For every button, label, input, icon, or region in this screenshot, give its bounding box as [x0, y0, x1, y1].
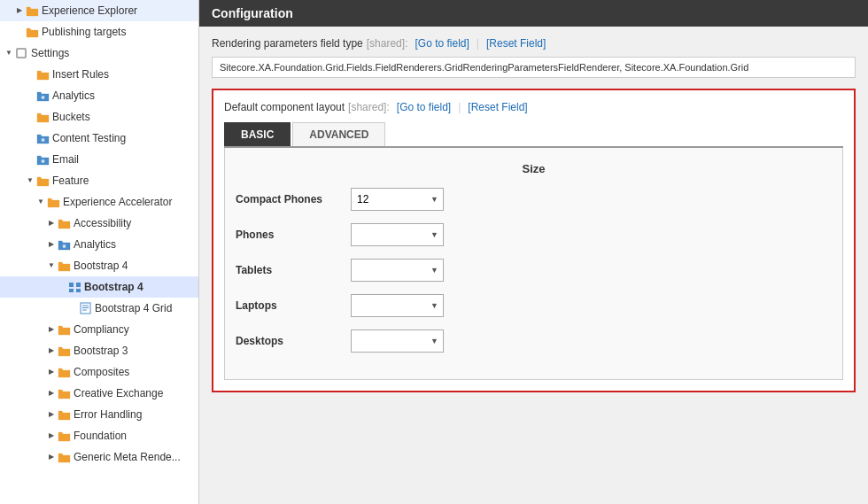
sidebar-item-label: Experience Explorer	[42, 3, 137, 19]
tab-basic-content: Size Compact Phones123456789101112Phones…	[224, 148, 843, 380]
size-label-tablets: Tablets	[236, 264, 351, 276]
sidebar-item-foundation[interactable]: ▶Foundation	[0, 425, 198, 446]
sidebar-item-insert-rules[interactable]: Insert Rules	[0, 64, 198, 85]
folder-icon	[57, 344, 71, 358]
rendering-field-tag: [shared]:	[367, 37, 408, 50]
sidebar-item-creative-exchange[interactable]: ▶Creative Exchange	[0, 383, 198, 404]
size-select-laptops[interactable]: 123456789101112	[351, 294, 444, 317]
size-row-phones: Phones123456789101112	[236, 223, 832, 246]
sidebar-item-buckets[interactable]: Buckets	[0, 106, 198, 128]
tree-arrow[interactable]: ▼	[35, 194, 46, 210]
sidebar-item-content-testing[interactable]: Content Testing	[0, 128, 198, 149]
svg-rect-6	[69, 283, 74, 287]
sidebar-item-label: Error Handling	[74, 407, 142, 423]
size-label-desktops: Desktops	[236, 335, 351, 347]
sidebar-item-experience-accelerator[interactable]: ▼Experience Accelerator	[0, 191, 198, 213]
select-wrapper-tablets: 123456789101112	[351, 259, 444, 282]
sidebar-item-label: Bootstrap 4 Grid	[95, 300, 172, 316]
size-row-compact-phones: Compact Phones123456789101112	[236, 188, 832, 211]
sidebar-item-label: Feature	[52, 173, 89, 189]
tree-arrow[interactable]: ▶	[46, 428, 57, 444]
sidebar-item-label: Composites	[74, 364, 129, 380]
sidebar-item-settings[interactable]: ▼Settings	[0, 43, 198, 64]
tree-arrow[interactable]: ▼	[46, 258, 57, 274]
rendering-field-value: Sitecore.XA.Foundation.Grid.Fields.Field…	[212, 57, 856, 78]
size-select-tablets[interactable]: 123456789101112	[351, 259, 444, 282]
sidebar-item-analytics[interactable]: Analytics	[0, 85, 198, 106]
rendering-field-row: Rendering parameters field type [shared]…	[212, 37, 856, 50]
sidebar-item-email[interactable]: Email	[0, 149, 198, 170]
svg-point-3	[41, 138, 44, 142]
folder-icon	[57, 216, 71, 230]
select-wrapper-compact-phones: 123456789101112	[351, 188, 444, 211]
tree-arrow[interactable]: ▶	[46, 364, 57, 380]
main-content: Configuration Rendering parameters field…	[199, 0, 868, 504]
sidebar-item-label: Bootstrap 4	[74, 258, 128, 274]
svg-rect-1	[18, 50, 25, 57]
tree-arrow[interactable]: ▶	[46, 215, 57, 231]
default-go-to-field-link[interactable]: [Go to field]	[397, 101, 451, 113]
config-title: Configuration	[212, 6, 293, 20]
sidebar-item-label: Compliancy	[74, 322, 129, 337]
tree-arrow[interactable]: ▶	[46, 322, 57, 337]
folder-icon	[25, 25, 39, 39]
tree-arrow[interactable]: ▼	[4, 45, 14, 61]
size-row-tablets: Tablets123456789101112	[236, 259, 832, 282]
page-icon	[78, 301, 92, 315]
select-wrapper-phones: 123456789101112	[351, 223, 444, 246]
sidebar-item-label: Settings	[31, 45, 69, 61]
tree-arrow[interactable]: ▶	[46, 343, 57, 359]
size-section-title: Size	[236, 162, 832, 175]
tab-advanced[interactable]: ADVANCED	[292, 122, 385, 146]
sidebar-item-compliancy[interactable]: ▶Compliancy	[0, 319, 198, 340]
tree-arrow[interactable]: ▶	[46, 385, 57, 401]
sidebar-item-label: Analytics	[74, 236, 116, 252]
sidebar-item-bootstrap4-grid[interactable]: Bootstrap 4 Grid	[0, 298, 198, 319]
sidebar-item-analytics2[interactable]: ▶Analytics	[0, 234, 198, 255]
sidebar-item-label: Publishing targets	[42, 24, 126, 40]
sidebar-item-feature[interactable]: ▼Feature	[0, 170, 198, 191]
sidebar-item-label: Bootstrap 3	[74, 343, 128, 359]
sidebar-item-publishing-targets[interactable]: Publishing targets	[0, 21, 198, 43]
tree-arrow[interactable]: ▶	[46, 407, 57, 423]
sidebar-item-composites[interactable]: ▶Composites	[0, 361, 198, 383]
rendering-reset-field-link[interactable]: [Reset Field]	[486, 37, 546, 50]
sidebar-item-label: Insert Rules	[52, 66, 109, 82]
size-select-phones[interactable]: 123456789101112	[351, 223, 444, 246]
sidebar-item-label: Buckets	[52, 109, 90, 125]
sidebar-item-experience-explorer[interactable]: ▶Experience Explorer	[0, 0, 198, 21]
select-wrapper-laptops: 123456789101112	[351, 294, 444, 317]
sidebar-item-bootstrap4[interactable]: ▼Bootstrap 4	[0, 255, 198, 276]
default-layout-label: Default component layout	[224, 101, 345, 113]
config-body: Rendering parameters field type [shared]…	[199, 27, 868, 504]
size-select-desktops[interactable]: 123456789101112	[351, 330, 444, 353]
sidebar-item-error-handling[interactable]: ▶Error Handling	[0, 404, 198, 425]
sidebar-item-label: Bootstrap 4	[84, 279, 143, 295]
folder-icon	[57, 450, 71, 464]
default-reset-field-link[interactable]: [Reset Field]	[468, 101, 527, 113]
tab-basic[interactable]: BASIC	[224, 122, 291, 146]
sidebar-item-bootstrap4-item[interactable]: Bootstrap 4	[0, 276, 198, 298]
tree-arrow[interactable]: ▶	[46, 236, 57, 252]
tree-arrow[interactable]: ▼	[25, 173, 35, 189]
sidebar-item-generic-meta[interactable]: ▶Generic Meta Rende...	[0, 446, 198, 468]
sidebar-item-label: Generic Meta Rende...	[74, 449, 181, 465]
svg-rect-9	[76, 289, 81, 292]
folder-blue-icon	[35, 89, 50, 103]
size-select-compact-phones[interactable]: 123456789101112	[351, 188, 444, 211]
sidebar-item-bootstrap3[interactable]: ▶Bootstrap 3	[0, 340, 198, 361]
sidebar-item-label: Analytics	[52, 88, 95, 104]
sidebar-item-accessibility[interactable]: ▶Accessibility	[0, 213, 198, 234]
folder-icon	[46, 195, 60, 209]
rendering-field-label: Rendering parameters field type	[212, 37, 363, 50]
sidebar-item-label: Experience Accelerator	[63, 194, 172, 210]
folder-blue-icon	[57, 237, 71, 252]
size-row-desktops: Desktops123456789101112	[236, 330, 832, 353]
select-wrapper-desktops: 123456789101112	[351, 330, 444, 353]
rendering-separator: |	[477, 37, 479, 50]
component-layout-box: Default component layout [shared]: [Go t…	[212, 89, 856, 392]
tree-arrow[interactable]: ▶	[14, 3, 25, 19]
tree-arrow[interactable]: ▶	[46, 449, 57, 465]
rendering-go-to-field-link[interactable]: [Go to field]	[415, 37, 469, 50]
svg-rect-8	[69, 289, 74, 292]
